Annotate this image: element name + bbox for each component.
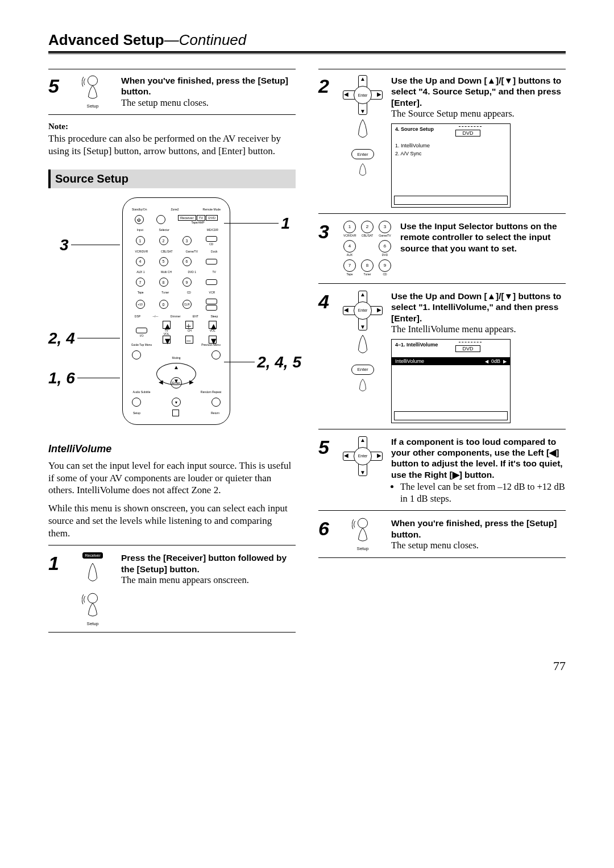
k1[interactable]: 1 bbox=[343, 221, 356, 233]
up-icon[interactable]: ▲ bbox=[360, 437, 366, 443]
guide-button[interactable] bbox=[132, 350, 141, 359]
prev-menu-lbl: Previous Menu bbox=[200, 343, 222, 346]
up-icon[interactable]: ▲ bbox=[360, 291, 366, 297]
mode-tv[interactable]: TV bbox=[197, 215, 206, 221]
down-icon[interactable]: ▼ bbox=[360, 324, 366, 330]
right-step-4: 4 Enter ▲▼◀▶ Enter Use the Up and bbox=[318, 291, 566, 423]
step-3-text: Use the Input Selector buttons on the re… bbox=[400, 221, 566, 278]
dpad-down[interactable]: ▼ bbox=[173, 378, 179, 384]
right-column: 2 Enter ▲▼◀▶ Enter Use the Up and bbox=[318, 69, 566, 639]
io-button[interactable] bbox=[136, 328, 147, 333]
kl: DVD bbox=[379, 254, 391, 258]
callout-3-num: 3 bbox=[60, 236, 69, 254]
key-8[interactable]: 8 bbox=[159, 278, 168, 287]
osd-badge: DVD bbox=[455, 130, 480, 137]
key-1[interactable]: 1 bbox=[136, 236, 145, 245]
muting-lbl: Muting bbox=[172, 356, 180, 359]
side-vcr[interactable] bbox=[206, 279, 217, 285]
dpad-cross: Enter ▲▼◀▶ bbox=[343, 436, 383, 476]
key-plus10[interactable]: +10 bbox=[136, 300, 145, 309]
dpad-left[interactable]: ◀ bbox=[159, 379, 163, 385]
mode-receiver[interactable]: Receiver bbox=[178, 215, 196, 221]
mode-dvd[interactable]: DVD bbox=[206, 215, 218, 221]
tv-vol-up[interactable]: ▲ bbox=[163, 321, 171, 329]
k7[interactable]: 7 bbox=[343, 259, 356, 272]
step-4-plain: The IntelliVolume menu appears. bbox=[391, 324, 566, 336]
callout-16-num: 1, 6 bbox=[48, 369, 75, 387]
l: VOL bbox=[210, 329, 215, 332]
intelli-p2: While this menu is shown onscreen, you c… bbox=[48, 502, 296, 539]
lbl: MD/CDR bbox=[201, 228, 225, 232]
row-value: 0dB bbox=[491, 358, 500, 364]
left-icon[interactable]: ◀ bbox=[344, 307, 349, 313]
right-icon[interactable]: ▶ bbox=[377, 307, 381, 313]
side-sat[interactable] bbox=[206, 305, 217, 311]
setup-label: Setup bbox=[87, 621, 99, 626]
remote-illustration: Standby/On Zone2 Remote Mode ⏻ ReceiverT… bbox=[48, 197, 296, 436]
key-6[interactable]: 6 bbox=[182, 257, 192, 266]
enter-center[interactable]: Enter bbox=[354, 86, 372, 104]
kl: VCR/DVR bbox=[343, 234, 356, 239]
k4[interactable]: 4 bbox=[343, 240, 356, 253]
key-4[interactable]: 4 bbox=[136, 257, 145, 266]
step-sep bbox=[48, 632, 296, 633]
key-clr[interactable]: CLR bbox=[182, 300, 192, 309]
dpad-right[interactable]: ▶ bbox=[189, 379, 194, 385]
hand-icon bbox=[352, 378, 374, 396]
side-tv[interactable] bbox=[206, 259, 217, 264]
l: Tuner bbox=[161, 291, 169, 294]
receiver-mode-button[interactable]: Receiver bbox=[82, 552, 103, 559]
step-5-text: When you've finished, press the [Setup] … bbox=[121, 75, 296, 109]
hand-press-icon bbox=[352, 518, 374, 545]
page-number: 77 bbox=[553, 659, 566, 673]
l: Dock bbox=[211, 250, 217, 253]
zone2-button[interactable] bbox=[156, 215, 165, 224]
key-5[interactable]: 5 bbox=[159, 257, 168, 266]
svg-point-1 bbox=[88, 594, 97, 604]
l: Multi CH bbox=[161, 270, 172, 274]
down-icon[interactable]: ▼ bbox=[360, 108, 366, 114]
power-button[interactable]: ⏻ bbox=[135, 215, 144, 224]
key-2[interactable]: 2 bbox=[159, 236, 168, 245]
key-9[interactable]: 9 bbox=[182, 278, 192, 287]
side-cable[interactable] bbox=[206, 299, 217, 304]
step-separator bbox=[48, 114, 296, 115]
stop-button[interactable] bbox=[172, 410, 179, 416]
play-button[interactable]: ▼ bbox=[172, 398, 181, 407]
right-icon[interactable]: ▶ bbox=[377, 91, 381, 97]
k8[interactable]: 8 bbox=[361, 259, 374, 272]
enter-center[interactable]: Enter bbox=[354, 447, 372, 465]
key-3[interactable]: 3 bbox=[182, 236, 192, 245]
key-0[interactable]: 0 bbox=[159, 300, 168, 309]
left-icon[interactable]: ◀ bbox=[344, 91, 349, 97]
step-sep bbox=[318, 283, 566, 284]
return-button[interactable] bbox=[211, 398, 221, 407]
prev-menu-button[interactable] bbox=[211, 350, 221, 359]
lbl-remote-mode: Remote Mode bbox=[203, 208, 221, 211]
hand-icon bbox=[352, 118, 374, 146]
k9[interactable]: 9 bbox=[379, 259, 391, 272]
ch-up[interactable]: + bbox=[185, 321, 193, 329]
enter-pill[interactable]: Enter bbox=[351, 149, 374, 159]
k2[interactable]: 2 bbox=[361, 221, 374, 233]
kl: Tape bbox=[343, 273, 356, 278]
k6[interactable]: 6 bbox=[379, 240, 391, 253]
right-icon[interactable]: ▶ bbox=[377, 452, 381, 458]
l: CBL/SAT bbox=[161, 250, 172, 253]
step-5-graphic: Setup bbox=[72, 75, 113, 109]
up-icon[interactable]: ▲ bbox=[360, 76, 366, 82]
enter-center[interactable]: Enter bbox=[354, 301, 372, 320]
enter-pill[interactable]: Enter bbox=[351, 365, 374, 375]
key-7[interactable]: 7 bbox=[136, 278, 145, 287]
setup-button-remote[interactable] bbox=[132, 398, 141, 407]
left-icon[interactable]: ◀ bbox=[344, 452, 349, 458]
k3[interactable]: 3 bbox=[379, 221, 391, 233]
step-1-graphic: Receiver Setup bbox=[72, 552, 113, 626]
vol-up[interactable]: ▲ bbox=[209, 321, 217, 329]
note-block: Note: This procedure can also be perform… bbox=[48, 122, 296, 157]
side-cd[interactable] bbox=[206, 236, 217, 242]
dpad-up[interactable]: ▲ bbox=[173, 364, 179, 370]
dpad-cross: Enter ▲▼◀▶ bbox=[343, 75, 383, 115]
step-sep bbox=[318, 510, 566, 511]
down-icon[interactable]: ▼ bbox=[360, 469, 366, 476]
